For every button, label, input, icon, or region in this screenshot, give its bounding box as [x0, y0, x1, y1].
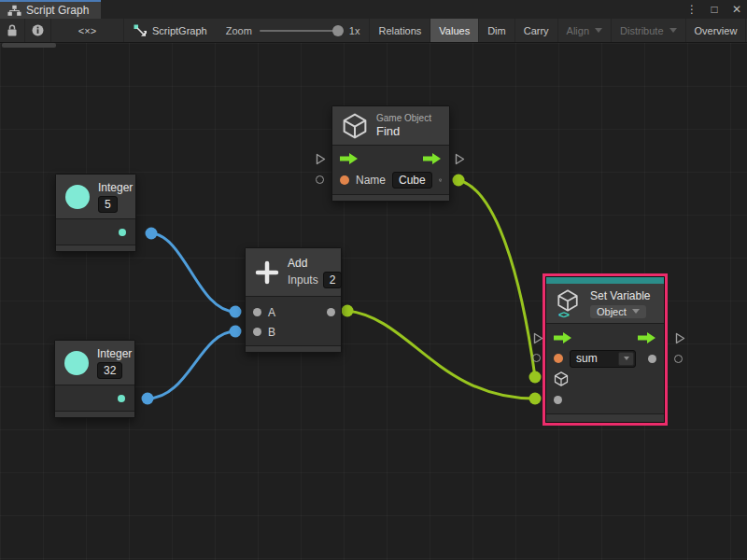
wire-find-to-setvariable-object[interactable] — [458, 180, 535, 377]
align-label: Align — [567, 25, 589, 36]
wire-endpoint[interactable] — [146, 228, 158, 240]
output-port[interactable] — [118, 395, 125, 402]
flow-row — [546, 328, 664, 348]
name-label: Name — [356, 174, 386, 187]
input-port-b[interactable] — [253, 328, 261, 336]
toolbar-button-align[interactable]: Align — [558, 19, 612, 42]
flow-in-arrow-icon[interactable] — [340, 153, 359, 164]
port-b-label: B — [268, 326, 275, 339]
node-footer[interactable] — [332, 194, 449, 201]
variable-name-value: sum — [571, 352, 617, 365]
integer-icon — [65, 185, 90, 209]
output-port-sum[interactable] — [327, 308, 335, 316]
object-target-row — [546, 369, 664, 389]
toolbar-button-carry[interactable]: Carry — [515, 19, 558, 42]
port-row-a: A — [246, 302, 341, 322]
distribute-label: Distribute — [620, 25, 663, 36]
wire-endpoint[interactable] — [342, 305, 354, 317]
node-footer[interactable] — [546, 413, 664, 422]
toolbar-button-overview[interactable]: Overview — [686, 19, 747, 42]
flow-out-arrow-icon[interactable] — [638, 332, 656, 343]
node-footer[interactable] — [55, 411, 134, 417]
name-param-row: Name Cube — [332, 169, 449, 190]
zoom-label: Zoom — [226, 25, 252, 36]
flow-in-arrow-icon[interactable] — [554, 332, 572, 343]
tab-script-graph[interactable]: Script Graph — [0, 0, 101, 19]
variable-accent-bar — [546, 277, 664, 284]
name-input-port[interactable] — [340, 175, 349, 185]
scope-value: Object — [597, 306, 627, 317]
lock-button[interactable] — [0, 19, 25, 42]
graph-toolbar: <×> ScriptGraph Zoom 1x Relations Values… — [0, 19, 747, 43]
game-object-output-port[interactable] — [439, 173, 442, 188]
object-input-port[interactable] — [554, 371, 569, 386]
value-input-port[interactable] — [554, 396, 562, 404]
toolbar-button-values[interactable]: Values — [430, 19, 479, 42]
toolbar-button-relations[interactable]: Relations — [370, 19, 430, 42]
setvar-value-out-marker[interactable] — [674, 355, 683, 363]
setvar-name-in-marker[interactable] — [532, 354, 541, 362]
graph-canvas[interactable]: Integer 5 Integer 32 — [0, 43, 747, 560]
window-menu-icon[interactable]: ⋮ — [685, 3, 698, 16]
find-flow-out-marker[interactable] — [455, 153, 465, 165]
close-icon[interactable]: ✕ — [730, 3, 743, 16]
node-set-variable[interactable]: <> Set Variable Object — [545, 276, 665, 423]
wire-endpoint[interactable] — [230, 306, 242, 318]
code-icon: <×> — [78, 25, 96, 36]
node-footer[interactable] — [246, 345, 341, 352]
name-value-field[interactable]: Cube — [392, 172, 432, 189]
find-name-in-marker[interactable] — [316, 175, 324, 184]
integer-value-field[interactable]: 32 — [97, 362, 122, 379]
wire-endpoint[interactable] — [142, 393, 154, 405]
wire-integer32-to-add-b[interactable] — [148, 331, 235, 399]
output-port[interactable] — [119, 229, 126, 236]
wire-integer5-to-add-a[interactable] — [151, 233, 235, 312]
variable-name-dropdown[interactable]: sum — [570, 350, 636, 368]
flow-out-arrow-icon[interactable] — [423, 153, 442, 164]
chevron-down-icon — [632, 309, 640, 314]
node-title: Find — [376, 124, 400, 138]
game-object-cube-icon — [342, 113, 368, 139]
set-variable-icon: <> — [556, 289, 582, 317]
setvar-flow-in-marker[interactable] — [533, 332, 543, 344]
setvar-flow-out-marker[interactable] — [675, 332, 685, 344]
node-integer-a[interactable]: Integer 5 — [55, 174, 136, 252]
chevron-down-icon — [624, 357, 629, 360]
maximize-icon[interactable]: □ — [708, 3, 721, 16]
port-a-label: A — [268, 306, 275, 319]
variable-scope-dropdown[interactable]: Object — [590, 305, 646, 318]
dropdown-button[interactable] — [618, 352, 634, 366]
value-output-port[interactable] — [648, 355, 656, 363]
zoom-value: 1x — [349, 25, 360, 36]
find-flow-in-marker[interactable] — [316, 153, 326, 165]
graph-asset-label: ScriptGraph — [124, 19, 217, 42]
selection-outline: <> Set Variable Object — [543, 273, 668, 426]
graph-asset-name: ScriptGraph — [152, 25, 207, 36]
node-title: Integer — [97, 347, 132, 360]
code-view-button[interactable]: <×> — [51, 19, 124, 42]
integer-output-row — [56, 219, 135, 245]
node-add[interactable]: Add Inputs 2 A B — [245, 247, 342, 353]
input-port-a[interactable] — [253, 308, 261, 316]
info-button[interactable] — [25, 19, 51, 42]
toolbar-button-dim[interactable]: Dim — [479, 19, 515, 42]
wire-endpoint[interactable] — [529, 371, 542, 384]
integer-value-field[interactable]: 5 — [98, 196, 118, 213]
variable-name-port[interactable] — [554, 354, 563, 363]
wire-endpoint[interactable] — [453, 175, 465, 187]
variable-name-row: sum — [546, 348, 664, 369]
wire-endpoint[interactable] — [529, 393, 542, 405]
inputs-count-field[interactable]: 2 — [323, 272, 343, 288]
flow-row — [332, 147, 449, 169]
node-find[interactable]: Game Object Find Name Cube — [331, 105, 450, 202]
zoom-slider[interactable] — [260, 30, 342, 32]
wire-endpoint[interactable] — [230, 326, 242, 338]
node-title: Add — [288, 257, 307, 270]
node-integer-b[interactable]: Integer 32 — [54, 340, 135, 418]
wire-add-to-setvariable-value[interactable] — [347, 311, 534, 399]
zoom-slider-thumb[interactable] — [332, 25, 344, 36]
graph-icon — [7, 5, 21, 17]
tab-title: Script Graph — [26, 4, 89, 17]
node-footer[interactable] — [56, 245, 135, 251]
toolbar-button-distribute[interactable]: Distribute — [612, 19, 685, 42]
